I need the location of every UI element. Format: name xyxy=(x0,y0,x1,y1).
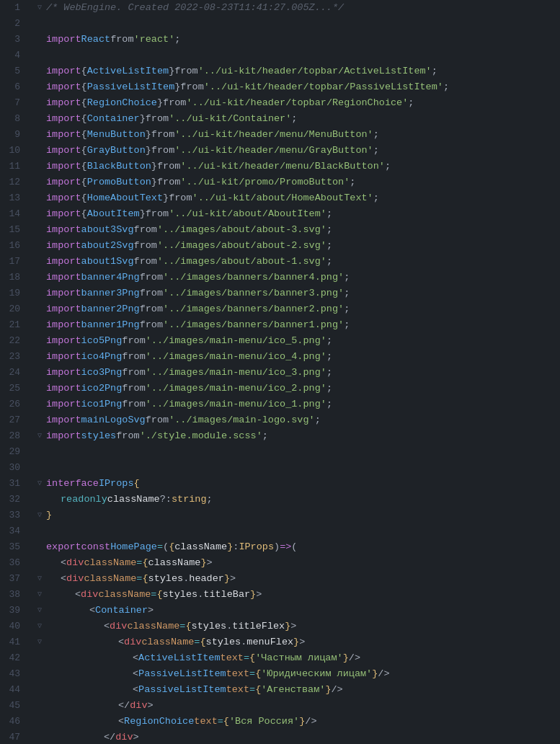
line28-import: import xyxy=(46,428,81,444)
line44-lb: { xyxy=(255,682,261,698)
line37-rb: } xyxy=(224,571,230,587)
line-num-1: 1 xyxy=(6,0,20,16)
line11-rb: } xyxy=(151,159,157,174)
line15-import: import xyxy=(46,222,81,238)
line9-path: '../ui-kit/header/menu/MenuButton' xyxy=(174,127,373,143)
line38-titlebar: titleBar xyxy=(203,587,250,603)
line-num-37: 37 xyxy=(6,571,20,587)
line-num-23: 23 xyxy=(6,349,20,365)
code-line-39: ▽ < Container > xyxy=(35,603,560,619)
line35-equals: = xyxy=(157,539,163,555)
line22-path: '../images/main-menu/ico_5.png' xyxy=(146,333,326,349)
line14-rb: } xyxy=(140,206,146,222)
fold-icon-28[interactable]: ▽ xyxy=(35,431,45,441)
line5-name: ActiveListItem xyxy=(87,63,169,79)
line41-gt: > xyxy=(299,634,305,650)
line25-path: '../images/main-menu/ico_2.png' xyxy=(146,381,326,397)
line-num-30: 30 xyxy=(6,460,20,476)
line-num-13: 13 xyxy=(6,190,20,206)
line35-cn: className xyxy=(174,539,227,555)
fold-icon-41[interactable]: ▽ xyxy=(35,637,45,647)
line37-gt: > xyxy=(230,571,236,587)
line-num-10: 10 xyxy=(6,143,20,159)
line37-eq: = xyxy=(136,571,142,587)
line14-from: from xyxy=(146,206,169,222)
line18-import: import xyxy=(46,270,81,285)
line35-rparen: ) xyxy=(274,539,280,555)
line13-lb: { xyxy=(81,190,87,206)
line31-iprops: IProps xyxy=(99,476,134,492)
code-line-15: import about3Svg from '../images/about/a… xyxy=(35,222,560,238)
line-num-45: 45 xyxy=(6,698,20,714)
line43-val: 'Юридическим лицам' xyxy=(261,666,372,682)
line40-lt: < xyxy=(104,619,110,634)
code-line-14: import { AboutItem } from '../ui-kit/abo… xyxy=(35,206,560,222)
line10-semi: ; xyxy=(373,143,379,159)
line-num-44: 44 xyxy=(6,682,20,698)
line7-semi: ; xyxy=(408,95,414,111)
fold-icon-39[interactable]: ▽ xyxy=(35,606,45,616)
line28-semi: ; xyxy=(262,428,268,444)
line20-import: import xyxy=(46,301,81,317)
line19-from: from xyxy=(140,285,163,301)
line7-name: RegionChoice xyxy=(87,95,157,111)
line9-semi: ; xyxy=(373,127,379,143)
code-line-40: ▽ < div className = { styles . titleFlex… xyxy=(35,619,560,634)
line37-div: div xyxy=(66,571,84,587)
line44-comp: PassiveListItem xyxy=(138,682,226,698)
line32-semi: ; xyxy=(207,492,213,508)
line6-lb: { xyxy=(81,79,87,95)
code-line-21: import banner1Png from '../images/banner… xyxy=(35,317,560,333)
line3-semi: ; xyxy=(174,32,180,48)
code-line-6: import { PassiveListItem } from '../ui-k… xyxy=(35,79,560,95)
line8-name: Container xyxy=(87,111,140,127)
code-line-47: </ div > xyxy=(35,730,560,744)
line22-from: from xyxy=(122,333,145,349)
line35-homepage: HomePage xyxy=(110,539,157,555)
line38-lt: < xyxy=(75,587,81,603)
line12-path: '../ui-kit/promo/PromoButton' xyxy=(180,174,350,190)
line42-comp: ActiveListItem xyxy=(138,650,220,666)
line40-titleflex: titleFlex xyxy=(232,619,285,634)
line-num-24: 24 xyxy=(6,365,20,381)
line25-from: from xyxy=(122,381,145,397)
line6-import: import xyxy=(46,79,81,95)
line31-brace: { xyxy=(134,476,140,492)
line38-rb: } xyxy=(250,587,256,603)
line16-import: import xyxy=(46,238,81,254)
line36-gt: > xyxy=(207,555,213,571)
line38-attr: className xyxy=(98,587,151,603)
line14-lb: { xyxy=(81,206,87,222)
code-line-17: import about1Svg from '../images/about/a… xyxy=(35,254,560,270)
fold-icon-1[interactable]: ▽ xyxy=(35,3,45,13)
line11-lb: { xyxy=(81,159,87,174)
line-num-17: 17 xyxy=(6,254,20,270)
line20-semi: ; xyxy=(344,301,350,317)
line47-div: div xyxy=(115,730,133,744)
line45-div: div xyxy=(130,698,147,714)
code-content: ▽ /* WebEngine. Created 2022-08-23T11:41… xyxy=(26,0,560,744)
code-line-11: import { BlackButton } from '../ui-kit/h… xyxy=(35,159,560,174)
code-line-10: import { GrayButton } from '../ui-kit/he… xyxy=(35,143,560,159)
line-num-9: 9 xyxy=(6,127,20,143)
line13-path: '../ui-kit/about/HomeAboutText' xyxy=(192,190,373,206)
fold-icon-31[interactable]: ▽ xyxy=(35,479,45,489)
line8-import: import xyxy=(46,111,81,127)
line-num-47: 47 xyxy=(6,730,20,744)
line9-name: MenuButton xyxy=(87,127,146,143)
line45-gt: > xyxy=(148,698,154,714)
line-num-16: 16 xyxy=(6,238,20,254)
line41-dot: . xyxy=(241,634,246,650)
line18-path: '../images/banners/banner4.png' xyxy=(163,270,344,285)
code-line-46: < RegionChoice text = { 'Вся Россия' } /… xyxy=(35,714,560,730)
fold-icon-37[interactable]: ▽ xyxy=(35,574,45,584)
line16-semi: ; xyxy=(326,238,332,254)
fold-icon-38[interactable]: ▽ xyxy=(35,590,45,600)
line1-comment: /* WebEngine. Created 2022-08-23T11:41:2… xyxy=(46,0,344,16)
fold-icon-33[interactable]: ▽ xyxy=(35,510,45,521)
line32-type: string xyxy=(172,492,207,508)
line12-semi: ; xyxy=(350,174,355,190)
fold-icon-40[interactable]: ▽ xyxy=(35,621,45,632)
line9-lb: { xyxy=(81,127,87,143)
line40-lb: { xyxy=(185,619,191,634)
